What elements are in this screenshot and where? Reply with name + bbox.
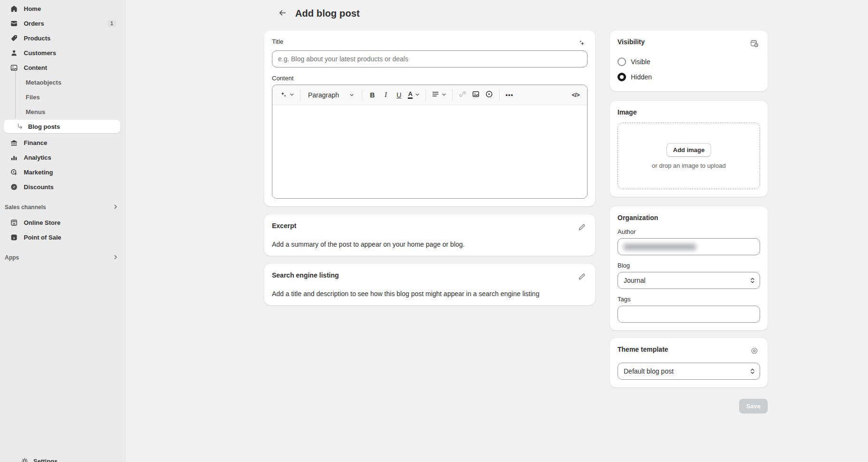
back-button[interactable] [276, 7, 289, 20]
seo-help-text: Add a title and description to see how t… [272, 290, 588, 298]
visibility-option-visible[interactable]: Visible [617, 55, 760, 68]
sidebar-item-label: Point of Sale [24, 234, 116, 241]
sidebar-item-label: Home [24, 5, 116, 12]
save-button[interactable]: Save [739, 399, 768, 414]
paragraph-style-label: Paragraph [308, 91, 339, 99]
chevron-down-icon [442, 91, 446, 98]
sparkle-icon [280, 90, 287, 99]
chevron-down-icon [349, 91, 354, 99]
theme-template-select[interactable]: Default blog post [617, 363, 760, 380]
sidebar-item-finance[interactable]: Finance [4, 136, 120, 149]
sidebar-item-home[interactable]: Home [4, 2, 120, 15]
sidebar-item-files[interactable]: Files [4, 90, 120, 104]
seo-title: Search engine listing [272, 271, 339, 279]
sidebar-item-metaobjects[interactable]: Metaobjects [4, 76, 120, 89]
insert-image-button[interactable] [469, 88, 482, 102]
sidebar-section-apps[interactable]: Apps [5, 253, 118, 262]
rich-text-editor: Paragraph B I U A [272, 85, 588, 199]
sidebar-item-label: Blog posts [28, 123, 116, 130]
visibility-option-hidden[interactable]: Hidden [617, 70, 760, 84]
discounts-icon [10, 183, 19, 191]
view-icon [751, 347, 758, 356]
image-icon [472, 90, 480, 99]
analytics-icon [10, 153, 19, 162]
text-color-dropdown[interactable]: A [405, 88, 422, 102]
sidebar-item-marketing[interactable]: Marketing [4, 165, 120, 179]
chevron-right-icon [113, 254, 118, 261]
insert-link-button[interactable] [456, 88, 469, 102]
more-formatting-button[interactable]: ••• [503, 88, 516, 102]
show-html-button[interactable]: </> [569, 88, 582, 102]
editor-toolbar: Paragraph B I U A [272, 85, 587, 105]
edit-excerpt-button[interactable] [576, 222, 588, 233]
sidebar-item-point-of-sale[interactable]: s Point of Sale [4, 231, 120, 244]
ai-sparkle-button[interactable] [277, 88, 297, 102]
content-icon [10, 63, 19, 72]
finance-icon [10, 138, 19, 147]
title-input[interactable]: e.g. Blog about your latest products or … [272, 50, 588, 67]
paragraph-style-dropdown[interactable]: Paragraph [304, 88, 358, 102]
title-content-card: Title e.g. Blog about your latest produc… [264, 30, 595, 206]
content-editor-area[interactable] [272, 105, 587, 198]
preview-template-button[interactable] [749, 346, 760, 357]
theme-template-value: Default blog post [624, 367, 674, 375]
play-circle-icon [485, 90, 493, 99]
sidebar: Home Orders 1 Products Customers Content… [0, 0, 125, 462]
image-title: Image [617, 108, 760, 116]
radio-unselected-icon [617, 58, 626, 66]
sidebar-item-products[interactable]: Products [4, 31, 120, 45]
italic-button[interactable]: I [379, 88, 392, 102]
section-label: Apps [5, 254, 19, 261]
visibility-card: Visibility Visible Hidden [610, 30, 768, 91]
image-drop-hint: or drop an image to upload [652, 162, 725, 169]
title-field-label: Title [272, 38, 283, 45]
excerpt-title: Excerpt [272, 222, 296, 230]
save-row: Save [610, 399, 768, 414]
sidebar-item-customers[interactable]: Customers [4, 46, 120, 59]
page-header: Add blog post [264, 7, 768, 20]
sidebar-item-label: Settings [33, 458, 58, 462]
align-text-icon [432, 90, 439, 99]
tags-input[interactable] [617, 306, 760, 323]
edit-seo-button[interactable] [576, 271, 588, 283]
sidebar-item-settings[interactable]: Settings [20, 457, 58, 462]
pencil-icon [578, 273, 586, 282]
tags-field-label: Tags [617, 296, 760, 303]
orders-count-badge: 1 [107, 19, 116, 27]
schedule-visibility-button[interactable] [749, 38, 760, 49]
bold-button[interactable]: B [366, 88, 379, 102]
image-dropzone[interactable]: Add image or drop an image to upload [617, 123, 760, 189]
sidebar-item-label: Customers [24, 49, 116, 57]
sidebar-item-label: Products [24, 35, 116, 42]
sidebar-item-discounts[interactable]: Discounts [4, 180, 120, 193]
back-arrow-icon [278, 8, 287, 19]
magic-sparkle-button[interactable] [576, 38, 588, 49]
insert-video-button[interactable] [482, 88, 496, 102]
chevron-right-icon [113, 204, 118, 211]
sidebar-item-orders[interactable]: Orders 1 [4, 17, 120, 30]
sidebar-item-label: Online Store [24, 219, 116, 226]
sidebar-item-label: Content [24, 64, 116, 71]
blog-select[interactable]: Journal [617, 272, 760, 289]
sidebar-item-content[interactable]: Content [4, 61, 120, 74]
excerpt-card: Excerpt Add a summary of the post to app… [264, 214, 595, 256]
sidebar-item-menus[interactable]: Menus [4, 105, 120, 118]
author-input[interactable] [617, 238, 760, 255]
alignment-dropdown[interactable] [429, 88, 449, 102]
sidebar-item-blog-posts[interactable]: Blog posts [4, 120, 120, 133]
online-store-icon [10, 218, 19, 227]
sidebar-item-online-store[interactable]: Online Store [4, 216, 120, 229]
section-label: Sales channels [5, 204, 46, 211]
visibility-title: Visibility [617, 38, 645, 46]
text-color-icon: A [408, 91, 412, 99]
sidebar-section-sales-channels[interactable]: Sales channels [5, 202, 118, 212]
underline-button[interactable]: U [392, 88, 405, 102]
sidebar-item-analytics[interactable]: Analytics [4, 151, 120, 164]
calendar-clock-icon [750, 39, 759, 49]
add-image-button[interactable]: Add image [666, 143, 711, 157]
title-input-placeholder: e.g. Blog about your latest products or … [278, 55, 408, 63]
sidebar-item-label: Marketing [24, 169, 116, 176]
sidebar-item-label: Finance [24, 139, 116, 146]
select-chevrons-icon [750, 277, 755, 284]
toolbar-separator [452, 89, 453, 101]
